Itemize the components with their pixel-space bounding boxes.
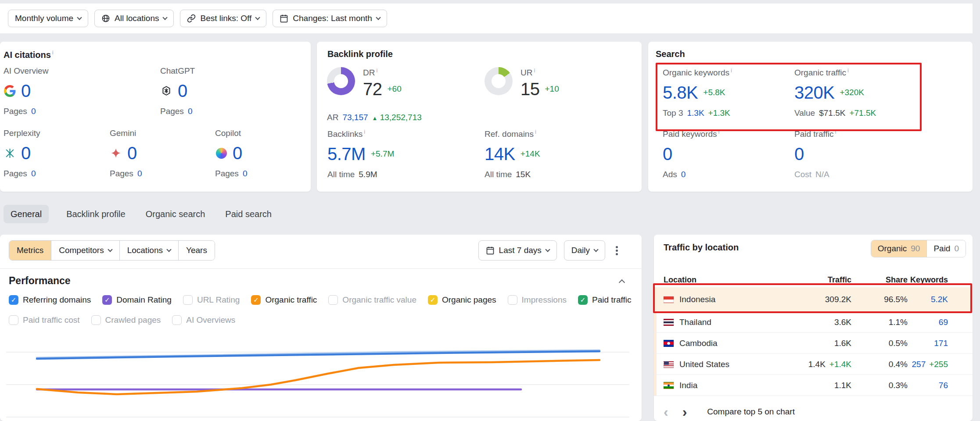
alltime-label: All time: [485, 170, 512, 179]
chatgpt-pages-link[interactable]: 0: [188, 107, 193, 116]
ads-value-link[interactable]: 0: [681, 170, 686, 179]
gemini-value[interactable]: 0: [127, 143, 137, 163]
dashboard-page: Monthly volume All locations Best links:…: [0, 0, 980, 421]
ref-domains-label: Ref. domainsi: [485, 128, 540, 139]
chatgpt-value[interactable]: 0: [178, 81, 187, 101]
prev-page-chevron-icon[interactable]: ‹: [664, 406, 668, 418]
toggle-organic[interactable]: Organic 90: [871, 240, 927, 257]
table-header: Location Traffic Share Keywords: [664, 272, 948, 287]
metric-checkbox-row-1: Referring domains Domain Rating URL Rati…: [9, 295, 631, 305]
top3-value-link[interactable]: 1.3K: [687, 108, 704, 118]
toggle-paid[interactable]: Paid 0: [926, 240, 966, 257]
column-traffic[interactable]: Traffic: [781, 275, 851, 285]
compare-top5-link[interactable]: Compare top 5 on chart: [707, 407, 795, 417]
column-location[interactable]: Location: [664, 275, 781, 285]
organic-traffic-value[interactable]: 320K: [794, 83, 834, 103]
next-page-chevron-icon[interactable]: ›: [682, 406, 687, 418]
checkbox-ai-overviews[interactable]: AI Overviews: [172, 315, 235, 325]
dr-label: DRi: [363, 67, 402, 78]
best-links-dropdown[interactable]: Best links: Off: [180, 10, 266, 27]
backlinks-value[interactable]: 5.7M: [327, 144, 366, 164]
backlinks-change: +5.7M: [371, 149, 394, 159]
chevron-down-icon: [163, 15, 168, 20]
cost-value: N/A: [815, 170, 829, 179]
traffic-value: 3.6K: [834, 318, 851, 327]
metrics-tab-button[interactable]: Metrics: [9, 241, 51, 260]
tab-organic-search[interactable]: Organic search: [143, 209, 208, 219]
copilot-icon: [215, 147, 227, 159]
date-range-dropdown[interactable]: Last 7 days: [478, 240, 557, 260]
organic-keywords-label: Organic keywordsi: [663, 67, 732, 78]
checkbox-paid-traffic-cost[interactable]: Paid traffic cost: [9, 315, 80, 325]
organic-traffic-label: Organic traffici: [794, 67, 876, 78]
backlink-profile-title: Backlink profile: [327, 49, 393, 59]
stat-label: ChatGPT: [160, 66, 195, 76]
checkbox-icon: [183, 295, 193, 305]
years-tab-button[interactable]: Years: [178, 241, 215, 260]
backlinks-stat: Backlinksi 5.7M +5.7M All time 5.9M: [327, 128, 394, 179]
ai-overview-value[interactable]: 0: [21, 81, 31, 101]
checkbox-organic-traffic[interactable]: Organic traffic: [251, 295, 317, 305]
pages-label: Pages: [4, 169, 27, 178]
perplexity-icon: [4, 147, 16, 159]
column-keywords[interactable]: Keywords: [908, 275, 948, 285]
keywords-link[interactable]: 69: [939, 318, 948, 327]
checkbox-icon: [102, 295, 112, 305]
checkbox-domain-rating[interactable]: Domain Rating: [102, 295, 172, 305]
value-label: Value: [794, 108, 815, 118]
table-row-united-states: United States 1.4K+1.4K 0.4% 257+255: [654, 354, 973, 375]
tab-paid-search[interactable]: Paid search: [223, 209, 274, 219]
checkbox-organic-pages[interactable]: Organic pages: [428, 295, 496, 305]
traffic-value: 1.1K: [834, 381, 851, 390]
competitors-dropdown[interactable]: Competitors: [51, 241, 119, 260]
organic-keywords-value[interactable]: 5.8K: [663, 83, 698, 103]
traffic-value: 1.4K: [808, 360, 826, 369]
all-locations-dropdown[interactable]: All locations: [94, 10, 174, 27]
organic-traffic-stat: Organic traffici 320K +320K Value $71.5K…: [794, 67, 876, 118]
organic-traffic-change: +320K: [840, 88, 864, 97]
chevron-down-icon: [593, 247, 598, 252]
location-rows: Indonesia 309.2K 96.5% 5.2K Thailand 3.6…: [654, 287, 973, 396]
column-share[interactable]: Share: [851, 275, 908, 285]
info-icon: i: [731, 67, 732, 74]
perplexity-pages-link[interactable]: 0: [31, 169, 36, 178]
ref-domains-change: +14K: [521, 149, 540, 159]
gemini-pages-link[interactable]: 0: [137, 169, 142, 178]
more-options-kebab-icon[interactable]: [612, 244, 621, 257]
checkbox-url-rating[interactable]: URL Rating: [183, 295, 240, 305]
tab-backlink-profile[interactable]: Backlink profile: [64, 209, 128, 219]
keywords-link[interactable]: 5.2K: [931, 295, 948, 304]
backlinks-alltime-value: 5.9M: [359, 170, 377, 179]
collapse-chevron-up-icon[interactable]: [620, 278, 624, 286]
keywords-link[interactable]: 76: [939, 381, 948, 390]
keywords-link[interactable]: 257: [912, 360, 926, 369]
checkbox-icon: [508, 295, 517, 305]
copilot-pages-link[interactable]: 0: [243, 169, 248, 178]
changes-dropdown[interactable]: Changes: Last month: [273, 10, 387, 27]
tab-general[interactable]: General: [4, 205, 49, 223]
ref-domains-stat: Ref. domainsi 14K +14K All time 15K: [485, 128, 540, 179]
ar-value-link[interactable]: 73,157: [342, 113, 368, 122]
location-name: United States: [679, 360, 729, 369]
checkbox-organic-traffic-value[interactable]: Organic traffic value: [328, 295, 416, 305]
paid-keywords-value[interactable]: 0: [663, 144, 672, 164]
checkbox-crawled-pages[interactable]: Crawled pages: [91, 315, 161, 325]
monthly-volume-dropdown[interactable]: Monthly volume: [8, 10, 88, 27]
traffic-change: +1.4K: [829, 360, 851, 369]
ref-domains-value[interactable]: 14K: [485, 144, 515, 164]
ur-label: URi: [521, 67, 559, 78]
top3-label: Top 3: [663, 108, 683, 118]
checkbox-referring-domains[interactable]: Referring domains: [9, 295, 91, 305]
keywords-link[interactable]: 171: [934, 339, 948, 348]
checkbox-icon: [172, 315, 182, 325]
granularity-dropdown[interactable]: Daily: [564, 240, 605, 260]
paid-traffic-label: Paid traffici: [794, 128, 836, 139]
checkbox-paid-traffic[interactable]: Paid traffic: [578, 295, 631, 305]
paid-traffic-value[interactable]: 0: [794, 144, 804, 164]
perplexity-value[interactable]: 0: [21, 143, 31, 163]
copilot-value[interactable]: 0: [233, 143, 242, 163]
locations-dropdown[interactable]: Locations: [119, 241, 178, 260]
checkbox-impressions[interactable]: Impressions: [508, 295, 567, 305]
checkbox-icon: [578, 295, 588, 305]
ai-overview-pages-link[interactable]: 0: [31, 107, 36, 116]
